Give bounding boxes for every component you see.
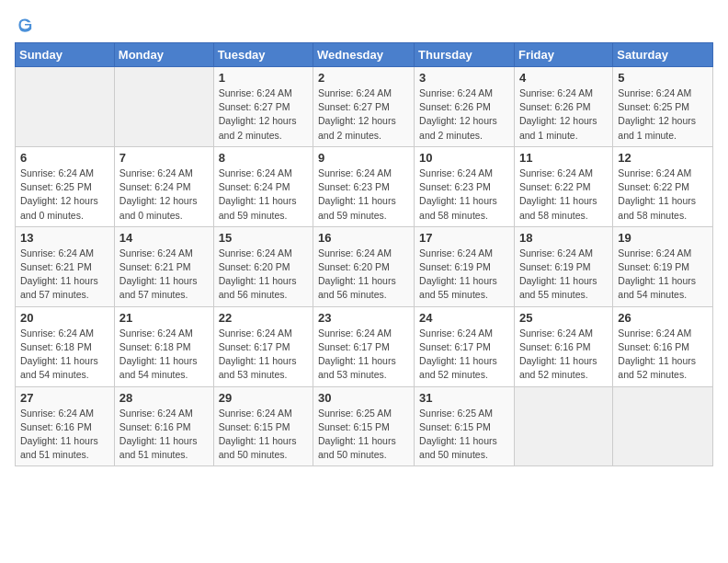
day-number: 28 xyxy=(119,391,209,405)
header-day-wednesday: Wednesday xyxy=(313,43,415,67)
day-number: 7 xyxy=(119,151,209,165)
day-detail: Sunrise: 6:24 AM Sunset: 6:18 PM Dayligh… xyxy=(20,327,109,383)
calendar-cell: 4Sunrise: 6:24 AM Sunset: 6:26 PM Daylig… xyxy=(514,67,612,147)
day-detail: Sunrise: 6:24 AM Sunset: 6:21 PM Dayligh… xyxy=(119,247,209,303)
header-day-thursday: Thursday xyxy=(415,43,515,67)
calendar-cell: 25Sunrise: 6:24 AM Sunset: 6:16 PM Dayli… xyxy=(514,306,612,386)
day-detail: Sunrise: 6:24 AM Sunset: 6:27 PM Dayligh… xyxy=(318,86,409,143)
header-day-saturday: Saturday xyxy=(613,43,713,67)
day-number: 12 xyxy=(618,151,708,165)
day-detail: Sunrise: 6:24 AM Sunset: 6:19 PM Dayligh… xyxy=(519,247,608,303)
day-detail: Sunrise: 6:24 AM Sunset: 6:26 PM Dayligh… xyxy=(419,86,509,143)
calendar-cell: 16Sunrise: 6:24 AM Sunset: 6:20 PM Dayli… xyxy=(313,226,415,306)
day-number: 3 xyxy=(419,71,509,85)
day-detail: Sunrise: 6:24 AM Sunset: 6:16 PM Dayligh… xyxy=(119,407,209,463)
calendar-cell xyxy=(114,67,213,147)
day-number: 30 xyxy=(318,391,409,405)
day-detail: Sunrise: 6:24 AM Sunset: 6:22 PM Dayligh… xyxy=(618,167,708,223)
day-number: 26 xyxy=(618,311,708,325)
day-detail: Sunrise: 6:24 AM Sunset: 6:20 PM Dayligh… xyxy=(219,247,308,303)
day-number: 22 xyxy=(219,311,308,325)
day-detail: Sunrise: 6:24 AM Sunset: 6:21 PM Dayligh… xyxy=(20,247,109,303)
day-detail: Sunrise: 6:24 AM Sunset: 6:27 PM Dayligh… xyxy=(219,86,308,143)
header-day-sunday: Sunday xyxy=(16,43,115,67)
week-row-3: 13Sunrise: 6:24 AM Sunset: 6:21 PM Dayli… xyxy=(16,226,713,306)
day-number: 19 xyxy=(618,231,708,245)
calendar-cell: 5Sunrise: 6:24 AM Sunset: 6:25 PM Daylig… xyxy=(613,67,713,147)
day-detail: Sunrise: 6:24 AM Sunset: 6:24 PM Dayligh… xyxy=(119,167,209,223)
day-number: 15 xyxy=(219,231,308,245)
day-detail: Sunrise: 6:24 AM Sunset: 6:15 PM Dayligh… xyxy=(219,407,308,463)
calendar-cell: 14Sunrise: 6:24 AM Sunset: 6:21 PM Dayli… xyxy=(114,226,213,306)
calendar-cell: 3Sunrise: 6:24 AM Sunset: 6:26 PM Daylig… xyxy=(415,67,515,147)
calendar-cell: 28Sunrise: 6:24 AM Sunset: 6:16 PM Dayli… xyxy=(114,386,213,466)
day-number: 11 xyxy=(519,151,608,165)
calendar-header-row: SundayMondayTuesdayWednesdayThursdayFrid… xyxy=(16,43,713,67)
logo xyxy=(15,15,37,35)
calendar-cell xyxy=(613,386,713,466)
day-number: 13 xyxy=(20,231,109,245)
day-number: 6 xyxy=(20,151,109,165)
day-number: 16 xyxy=(318,231,409,245)
calendar-cell: 6Sunrise: 6:24 AM Sunset: 6:25 PM Daylig… xyxy=(16,146,115,226)
day-detail: Sunrise: 6:24 AM Sunset: 6:16 PM Dayligh… xyxy=(20,407,109,463)
week-row-2: 6Sunrise: 6:24 AM Sunset: 6:25 PM Daylig… xyxy=(16,146,713,226)
day-detail: Sunrise: 6:24 AM Sunset: 6:17 PM Dayligh… xyxy=(219,327,308,383)
calendar-cell: 17Sunrise: 6:24 AM Sunset: 6:19 PM Dayli… xyxy=(415,226,515,306)
day-number: 23 xyxy=(318,311,409,325)
day-detail: Sunrise: 6:25 AM Sunset: 6:15 PM Dayligh… xyxy=(419,407,509,463)
week-row-5: 27Sunrise: 6:24 AM Sunset: 6:16 PM Dayli… xyxy=(16,386,713,466)
calendar-cell: 24Sunrise: 6:24 AM Sunset: 6:17 PM Dayli… xyxy=(415,306,515,386)
day-number: 5 xyxy=(618,71,708,85)
day-number: 14 xyxy=(119,231,209,245)
day-number: 18 xyxy=(519,231,608,245)
calendar-cell: 21Sunrise: 6:24 AM Sunset: 6:18 PM Dayli… xyxy=(114,306,213,386)
calendar-cell: 18Sunrise: 6:24 AM Sunset: 6:19 PM Dayli… xyxy=(514,226,612,306)
day-detail: Sunrise: 6:24 AM Sunset: 6:16 PM Dayligh… xyxy=(618,327,708,383)
calendar-cell xyxy=(514,386,612,466)
calendar-cell: 27Sunrise: 6:24 AM Sunset: 6:16 PM Dayli… xyxy=(16,386,115,466)
week-row-4: 20Sunrise: 6:24 AM Sunset: 6:18 PM Dayli… xyxy=(16,306,713,386)
calendar-cell: 31Sunrise: 6:25 AM Sunset: 6:15 PM Dayli… xyxy=(415,386,515,466)
day-detail: Sunrise: 6:25 AM Sunset: 6:15 PM Dayligh… xyxy=(318,407,409,463)
day-number: 9 xyxy=(318,151,409,165)
calendar-cell: 29Sunrise: 6:24 AM Sunset: 6:15 PM Dayli… xyxy=(213,386,313,466)
day-detail: Sunrise: 6:24 AM Sunset: 6:16 PM Dayligh… xyxy=(519,327,608,383)
calendar-cell: 2Sunrise: 6:24 AM Sunset: 6:27 PM Daylig… xyxy=(313,67,415,147)
calendar-cell: 20Sunrise: 6:24 AM Sunset: 6:18 PM Dayli… xyxy=(16,306,115,386)
calendar-body: 1Sunrise: 6:24 AM Sunset: 6:27 PM Daylig… xyxy=(16,67,713,466)
day-detail: Sunrise: 6:24 AM Sunset: 6:19 PM Dayligh… xyxy=(419,247,509,303)
header-day-monday: Monday xyxy=(114,43,213,67)
day-detail: Sunrise: 6:24 AM Sunset: 6:22 PM Dayligh… xyxy=(519,167,608,223)
day-number: 21 xyxy=(119,311,209,325)
day-detail: Sunrise: 6:24 AM Sunset: 6:24 PM Dayligh… xyxy=(219,167,308,223)
calendar-cell: 1Sunrise: 6:24 AM Sunset: 6:27 PM Daylig… xyxy=(213,67,313,147)
calendar-cell xyxy=(16,67,115,147)
calendar-cell: 22Sunrise: 6:24 AM Sunset: 6:17 PM Dayli… xyxy=(213,306,313,386)
day-number: 20 xyxy=(20,311,109,325)
day-detail: Sunrise: 6:24 AM Sunset: 6:25 PM Dayligh… xyxy=(618,86,708,143)
day-detail: Sunrise: 6:24 AM Sunset: 6:26 PM Dayligh… xyxy=(519,86,608,143)
calendar-cell: 7Sunrise: 6:24 AM Sunset: 6:24 PM Daylig… xyxy=(114,146,213,226)
header-day-tuesday: Tuesday xyxy=(213,43,313,67)
day-number: 27 xyxy=(20,391,109,405)
calendar-cell: 26Sunrise: 6:24 AM Sunset: 6:16 PM Dayli… xyxy=(613,306,713,386)
logo-icon xyxy=(15,15,35,35)
day-number: 4 xyxy=(519,71,608,85)
week-row-1: 1Sunrise: 6:24 AM Sunset: 6:27 PM Daylig… xyxy=(16,67,713,147)
calendar-cell: 12Sunrise: 6:24 AM Sunset: 6:22 PM Dayli… xyxy=(613,146,713,226)
calendar-cell: 9Sunrise: 6:24 AM Sunset: 6:23 PM Daylig… xyxy=(313,146,415,226)
day-detail: Sunrise: 6:24 AM Sunset: 6:23 PM Dayligh… xyxy=(318,167,409,223)
calendar-cell: 13Sunrise: 6:24 AM Sunset: 6:21 PM Dayli… xyxy=(16,226,115,306)
calendar-cell: 15Sunrise: 6:24 AM Sunset: 6:20 PM Dayli… xyxy=(213,226,313,306)
calendar-cell: 30Sunrise: 6:25 AM Sunset: 6:15 PM Dayli… xyxy=(313,386,415,466)
calendar-cell: 19Sunrise: 6:24 AM Sunset: 6:19 PM Dayli… xyxy=(613,226,713,306)
day-number: 25 xyxy=(519,311,608,325)
day-detail: Sunrise: 6:24 AM Sunset: 6:25 PM Dayligh… xyxy=(20,167,109,223)
day-number: 2 xyxy=(318,71,409,85)
day-number: 17 xyxy=(419,231,509,245)
day-detail: Sunrise: 6:24 AM Sunset: 6:17 PM Dayligh… xyxy=(318,327,409,383)
calendar-cell: 8Sunrise: 6:24 AM Sunset: 6:24 PM Daylig… xyxy=(213,146,313,226)
calendar-cell: 23Sunrise: 6:24 AM Sunset: 6:17 PM Dayli… xyxy=(313,306,415,386)
day-number: 31 xyxy=(419,391,509,405)
